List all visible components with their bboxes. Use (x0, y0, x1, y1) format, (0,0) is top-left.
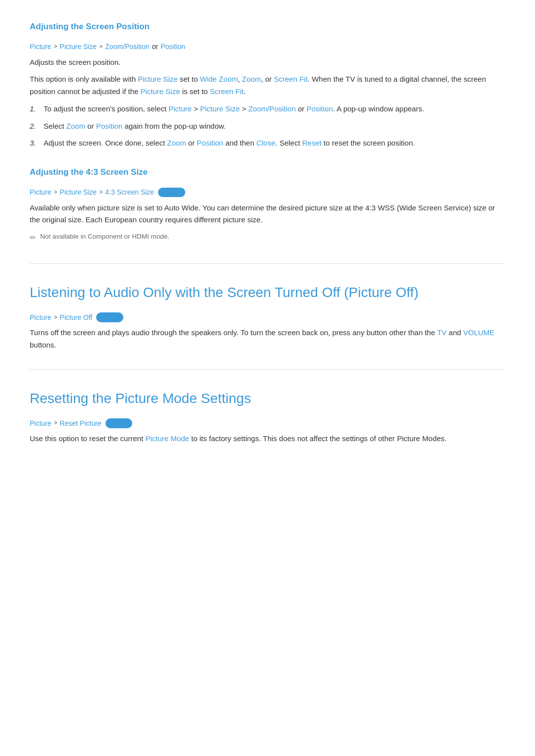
try-now-badge-reset-picture[interactable]: Try Now (106, 418, 133, 428)
note-icon-43: ✏ (30, 232, 36, 244)
chevron-icon-1: > (54, 42, 57, 51)
highlight-picture-size-1: Picture Size (138, 75, 177, 83)
try-now-badge-43[interactable]: Try Now (158, 188, 185, 198)
breadcrumb-adjusting-screen-position: Picture > Picture Size > Zoom/Position o… (30, 41, 505, 52)
highlight-picture-1: Picture (168, 104, 192, 113)
para-option-availability: This option is only available with Pictu… (30, 73, 505, 98)
highlight-picture-mode: Picture Mode (145, 434, 189, 443)
breadcrumb-picture-off-link[interactable]: Picture Off (60, 312, 93, 323)
highlight-position-2: Position (96, 122, 122, 130)
step-2-content: Select Zoom or Position again from the p… (44, 120, 505, 133)
chevron-icon-4: > (99, 188, 103, 197)
step-num-2: 2. (30, 120, 44, 133)
chevron-icon-2: > (99, 42, 103, 51)
breadcrumb-43-screen-size: Picture > Picture Size > 4:3 Screen Size… (30, 187, 505, 198)
try-now-badge-picture-off[interactable]: Try Now (96, 312, 123, 322)
para-adjusts-screen-position: Adjusts the screen position. (30, 56, 505, 69)
highlight-picture-size-2: Picture Size (141, 87, 180, 96)
breadcrumb-picture-3[interactable]: Picture (30, 312, 52, 323)
breadcrumb-zoom-position[interactable]: Zoom/Position (105, 41, 149, 52)
para-43-available: Available only when picture size is set … (30, 202, 505, 227)
note-text-43: Not available in Component or HDMI mode. (40, 231, 169, 242)
chevron-icon-6: > (54, 418, 57, 428)
breadcrumb-picture-1[interactable]: Picture (30, 41, 52, 52)
step-2: 2. Select Zoom or Position again from th… (30, 120, 505, 133)
highlight-screen-fit-1: Screen Fit (274, 75, 308, 83)
highlight-tv: TV (437, 328, 446, 337)
breadcrumb-picture-size-1[interactable]: Picture Size (60, 41, 97, 52)
section-title-43-screen-size: Adjusting the 4:3 Screen Size (30, 165, 505, 182)
breadcrumb-43-screen-size-link[interactable]: 4:3 Screen Size (105, 187, 154, 198)
para-picture-off: Turns off the screen and plays audio thr… (30, 327, 505, 352)
step-num-3: 3. (30, 137, 44, 150)
section-resetting-picture-mode: Resetting the Picture Mode Settings Pict… (30, 369, 505, 445)
chevron-icon-3: > (54, 188, 57, 197)
breadcrumb-picture-size-4[interactable]: Picture Size (60, 187, 97, 198)
section-listening-audio-only: Listening to Audio Only with the Screen … (30, 263, 505, 352)
breadcrumb-reset-picture: Picture > Reset Picture Try Now (30, 418, 505, 429)
breadcrumb-picture-off: Picture > Picture Off Try Now (30, 312, 505, 323)
highlight-zoom-2: Zoom (66, 122, 85, 130)
highlight-zoom-position-1: Zoom/Position (248, 104, 296, 113)
highlight-zoom-1: Zoom (242, 75, 261, 83)
section-title-resetting-picture-mode: Resetting the Picture Mode Settings (30, 388, 505, 412)
highlight-reset-1: Reset (302, 139, 321, 147)
highlight-wide-zoom: Wide Zoom (200, 75, 238, 83)
step-1: 1. To adjust the screen's position, sele… (30, 103, 505, 115)
note-43-hdmi: ✏ Not available in Component or HDMI mod… (30, 231, 505, 244)
section-title-listening-audio: Listening to Audio Only with the Screen … (30, 282, 505, 306)
step-3: 3. Adjust the screen. Once done, select … (30, 137, 505, 150)
step-1-content: To adjust the screen's position, select … (44, 103, 505, 115)
breadcrumb-position-1[interactable]: Position (160, 41, 185, 52)
chevron-icon-5: > (54, 313, 57, 322)
highlight-close: Close (256, 139, 275, 147)
highlight-picture-size-3: Picture Size (200, 104, 240, 113)
section-adjusting-43-screen-size: Adjusting the 4:3 Screen Size Picture > … (30, 165, 505, 244)
breadcrumb-or-1: or (152, 41, 158, 52)
steps-list-position: 1. To adjust the screen's position, sele… (30, 103, 505, 150)
para-reset-picture: Use this option to reset the current Pic… (30, 433, 505, 445)
highlight-volume: VOLUME (463, 328, 494, 337)
section-title-adjusting-screen-position: Adjusting the Screen Position (30, 20, 505, 36)
step-3-content: Adjust the screen. Once done, select Zoo… (44, 137, 505, 150)
highlight-position-1: Position (307, 104, 333, 113)
breadcrumb-picture-2[interactable]: Picture (30, 187, 52, 198)
step-num-1: 1. (30, 103, 44, 115)
highlight-zoom-3: Zoom (167, 139, 186, 147)
highlight-position-3: Position (197, 139, 223, 147)
highlight-screen-fit-2: Screen Fit (210, 87, 244, 96)
section-adjusting-screen-position: Adjusting the Screen Position Picture > … (30, 20, 505, 150)
breadcrumb-picture-4[interactable]: Picture (30, 418, 52, 429)
breadcrumb-reset-picture-link[interactable]: Reset Picture (60, 418, 102, 429)
